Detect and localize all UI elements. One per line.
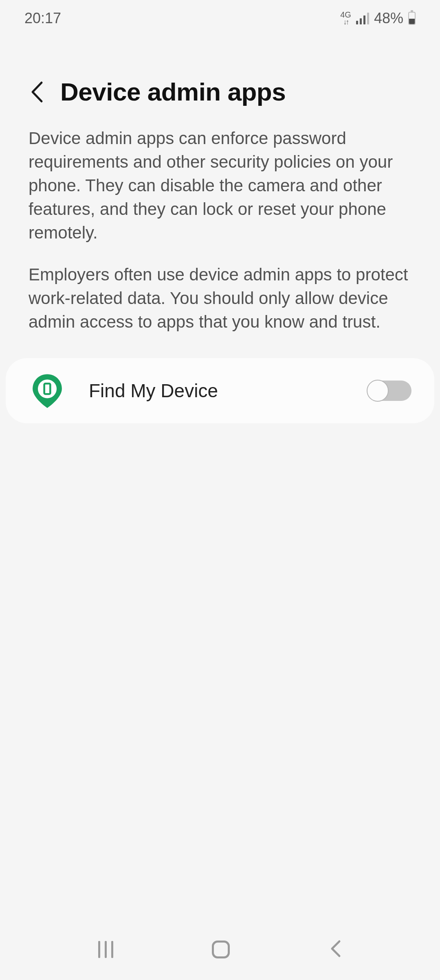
description-text: Device admin apps can enforce password r… [0, 122, 440, 358]
battery-percentage: 48% [374, 10, 403, 27]
admin-app-row[interactable]: Find My Device [6, 358, 434, 423]
nav-recents-button[interactable] [98, 941, 113, 958]
status-bar: 20:17 4G ↓↑ 48% [0, 0, 440, 37]
nav-back-button[interactable] [329, 939, 342, 960]
description-paragraph: Device admin apps can enforce password r… [29, 127, 411, 245]
network-4g-icon: 4G ↓↑ [340, 11, 351, 26]
back-button[interactable] [29, 80, 45, 104]
description-paragraph: Employers often use device admin apps to… [29, 263, 411, 334]
header: Device admin apps [0, 37, 440, 122]
system-navigation-bar [0, 927, 440, 980]
svg-point-0 [38, 379, 57, 398]
admin-app-toggle[interactable] [367, 381, 411, 401]
find-my-device-icon [29, 372, 66, 409]
status-time: 20:17 [24, 10, 61, 27]
battery-icon [408, 12, 416, 25]
page-title: Device admin apps [60, 77, 286, 106]
signal-strength-icon [356, 12, 369, 24]
nav-home-button[interactable] [212, 941, 230, 958]
status-right: 4G ↓↑ 48% [340, 10, 416, 27]
toggle-knob [367, 380, 389, 402]
chevron-left-icon [29, 80, 45, 104]
admin-app-name: Find My Device [89, 380, 345, 402]
